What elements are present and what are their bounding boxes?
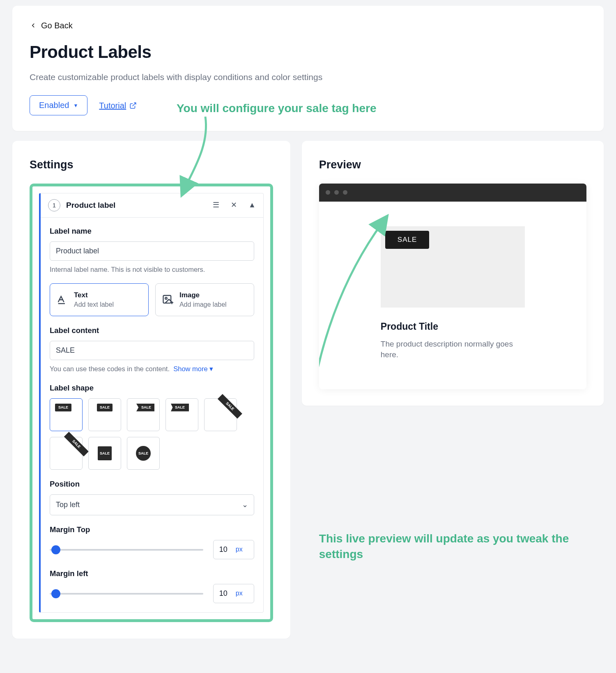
go-back-link[interactable]: Go Back [30,20,73,31]
shape-option-arrow-left[interactable]: SALE [127,398,160,431]
chevron-down-icon: ▾ [209,365,213,372]
tutorial-label: Tutorial [99,100,126,111]
shape-option-ribbon-tr[interactable]: SALE [204,398,237,431]
label-shape-label: Label shape [50,383,254,393]
margin-left-unit: px [236,589,243,598]
arrow-left-icon [30,22,37,29]
close-icon[interactable]: ✕ [231,200,237,210]
image-type-icon [161,294,174,305]
margin-left-slider[interactable] [50,593,203,595]
label-content-input[interactable] [50,341,254,360]
label-content-helper: You can use these codes in the content. … [50,364,254,374]
margin-left-value-box[interactable]: 10 px [213,584,254,603]
sale-label-preview: SALE [385,231,429,249]
external-link-icon [129,102,137,109]
margin-left-value: 10 [219,588,228,599]
label-name-helper: Internal label name. This is not visible… [50,265,254,274]
label-item-header: 1 Product label ☰ ✕ ▲ [41,193,263,218]
tutorial-link[interactable]: Tutorial [99,100,137,111]
type-text-subtitle: Add text label [74,300,114,309]
window-dot-icon [343,190,347,195]
shape-option-square[interactable]: SALE [88,437,121,470]
settings-panel: Settings 1 Product label ☰ ✕ ▲ [12,141,290,639]
position-value: Top left [56,500,80,510]
svg-point-3 [165,297,167,299]
page-title: Product Labels [30,40,586,64]
margin-top-slider[interactable] [50,549,203,551]
type-option-text[interactable]: Text Add text label [50,283,149,316]
drag-handle-icon[interactable]: ☰ [213,200,219,210]
type-text-title: Text [74,290,114,300]
header-card: Go Back Product Labels Create customizab… [12,6,604,131]
preview-panel: Preview SALE Product Title The product d… [302,141,604,406]
preview-heading: Preview [319,157,586,173]
caret-down-icon: ▼ [73,103,78,108]
enabled-label: Enabled [39,101,69,110]
type-image-subtitle: Add image label [179,300,227,309]
type-option-image[interactable]: Image Add image label [155,283,254,316]
page-subtitle: Create customizable product labels with … [30,71,586,83]
window-dot-icon [334,190,339,195]
go-back-label: Go Back [41,20,73,31]
slider-thumb[interactable] [51,545,60,554]
margin-top-label: Margin Top [50,524,254,535]
label-item-title: Product label [66,200,115,211]
settings-heading: Settings [30,157,273,173]
shape-option-circle[interactable]: SALE [127,437,160,470]
chevron-down-icon: ⌄ [242,500,248,510]
shape-option-rect-center[interactable]: SALE [88,398,121,431]
shape-option-rect-topleft[interactable]: SALE [50,398,83,431]
margin-top-value: 10 [219,544,228,555]
browser-bar [319,184,586,202]
text-type-icon [56,294,68,305]
annotation-preview: This live preview will update as you twe… [319,531,574,562]
enabled-dropdown[interactable]: Enabled ▼ [30,95,87,115]
margin-top-value-box[interactable]: 10 px [213,540,254,559]
margin-left-label: Margin left [50,568,254,579]
label-name-input[interactable] [50,241,254,261]
window-dot-icon [326,190,330,195]
label-name-label: Label name [50,226,254,237]
type-image-title: Image [179,290,227,300]
annotation-arrow-2 [319,214,389,389]
show-more-link[interactable]: Show more ▾ [173,365,213,372]
product-title: Product Title [381,320,525,333]
collapse-up-icon[interactable]: ▲ [248,200,256,210]
shape-option-ribbon-tr-2[interactable]: SALE [50,437,83,470]
shape-option-arrow-notch[interactable]: SALE [165,398,198,431]
settings-outline: 1 Product label ☰ ✕ ▲ Label name [30,184,273,622]
product-image-placeholder: SALE [381,226,525,308]
position-label: Position [50,479,254,489]
label-number-badge: 1 [48,199,60,211]
position-select[interactable]: Top left ⌄ [50,494,254,515]
label-content-label: Label content [50,325,254,336]
svg-line-0 [133,103,136,106]
product-description: The product description normally goes he… [381,339,525,361]
label-item-panel: 1 Product label ☰ ✕ ▲ Label name [39,193,264,613]
slider-thumb[interactable] [51,589,60,598]
margin-top-unit: px [236,545,243,554]
browser-mock: SALE Product Title The product descripti… [319,184,586,389]
